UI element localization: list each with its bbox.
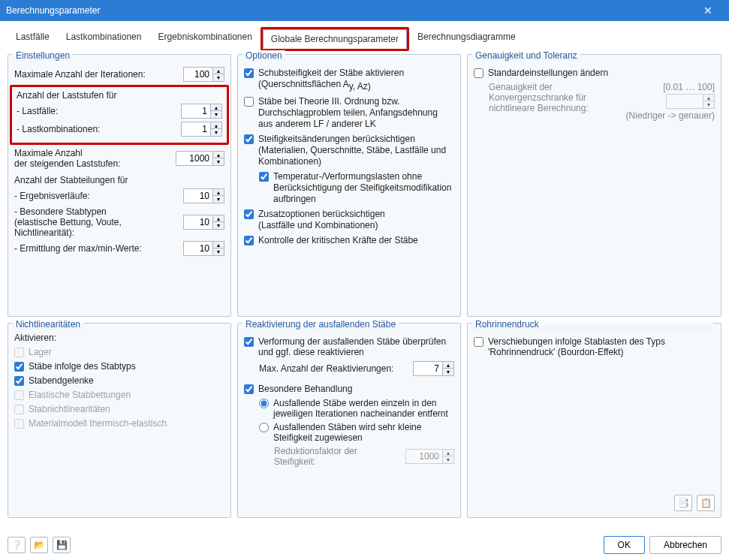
check-th3-label: Stäbe bei Theorie III. Ordnung bzw. Durc… [258, 96, 454, 130]
tab-global-highlight: Globale Berechnungsparameter [261, 27, 409, 51]
check-verformung[interactable] [244, 337, 254, 347]
check-mat [14, 419, 24, 429]
reduktion-input [406, 450, 442, 463]
check-crit-label: Kontrolle der kritischen Kräfte der Stäb… [258, 235, 454, 246]
max-iter-label: Maximale Anzahl der Iterationen: [14, 69, 183, 80]
typ-input[interactable] [184, 215, 212, 229]
conv-note: (Niedriger -> genauer) [626, 110, 715, 121]
lk-input[interactable] [182, 122, 210, 136]
erg-input[interactable] [184, 189, 212, 203]
max-iter-input[interactable] [184, 68, 212, 81]
erg-spinner[interactable]: ▲▼ [183, 188, 224, 203]
group-title-react: Reaktivierung der ausfallenden Stäbe [242, 319, 399, 330]
check-lager-label: Lager [29, 347, 224, 357]
lk-spinner[interactable]: ▲▼ [181, 122, 222, 137]
check-bourdon[interactable] [474, 337, 483, 347]
check-bettungen-label: Elastische Stabbettungen [29, 390, 224, 400]
lf-input[interactable] [182, 104, 210, 118]
spinner-up-icon[interactable]: ▲ [213, 68, 224, 74]
maxmin-spinner[interactable]: ▲▼ [183, 241, 224, 256]
typ-spinner[interactable]: ▲▼ [183, 215, 224, 230]
check-gelenke[interactable] [14, 376, 24, 386]
divisions-heading: Anzahl der Stabteilungen für [14, 175, 224, 185]
erg-label: - Ergebnisverläufe: [14, 191, 183, 201]
spinner-down-icon[interactable]: ▼ [213, 196, 224, 203]
check-temp-label: Temperatur-/Verformungslasten ohne Berüc… [273, 171, 454, 205]
tab-lastfaelle[interactable]: Lastfälle [8, 27, 58, 51]
spinner-up-icon[interactable]: ▲ [211, 122, 221, 129]
copy-icon[interactable]: 📋 [697, 495, 715, 511]
check-lager [14, 348, 24, 357]
help-icon[interactable]: ❔ [8, 537, 26, 553]
maxmin-input[interactable] [184, 242, 212, 255]
spinner-up-icon[interactable]: ▲ [213, 215, 224, 222]
lf-label: - Lastfälle: [17, 106, 181, 116]
check-bourdon-label: Verschiebungen infolge Stablasten des Ty… [488, 336, 715, 357]
check-extra[interactable] [244, 209, 254, 219]
spinner-down-icon[interactable]: ▼ [213, 222, 224, 229]
check-stabtyp[interactable] [14, 362, 24, 372]
conv-input [667, 95, 703, 108]
check-stiff-label: Steifigkeitsänderungen berücksichtigen (… [258, 134, 454, 167]
tab-lastkombinationen[interactable]: Lastkombinationen [58, 27, 150, 51]
cancel-button[interactable]: Abbrechen [649, 536, 721, 554]
radio-einzeln[interactable] [259, 399, 269, 408]
spinner-up-icon[interactable]: ▲ [213, 189, 224, 196]
check-extra-label: Zusatzoptionen berücksichtigen (Lastfäll… [258, 209, 454, 231]
group-optionen: Optionen Schubsteifigkeit der Stäbe akti… [237, 54, 461, 317]
spinner-up-icon[interactable]: ▲ [443, 362, 453, 369]
tab-berechnungsdiagramme[interactable]: Berechnungsdiagramme [409, 27, 524, 51]
group-title-einstellungen: Einstellungen [13, 50, 73, 61]
tab-ergebniskombinationen[interactable]: Ergebniskombinationen [149, 27, 260, 51]
check-shear[interactable] [244, 68, 254, 78]
conv-spinner: ▲▼ [666, 94, 715, 109]
check-crit[interactable] [244, 236, 254, 245]
spinner-down-icon[interactable]: ▼ [211, 111, 221, 118]
group-nichtlinearitaeten: Nichtlinearitäten Aktivieren: Lager Stäb… [8, 323, 231, 518]
tab-globale-berechnungsparameter[interactable]: Globale Berechnungsparameter [263, 29, 407, 49]
max-iter-spinner[interactable]: ▲▼ [183, 67, 224, 82]
check-temp[interactable] [259, 172, 269, 182]
lf-spinner[interactable]: ▲▼ [181, 104, 222, 119]
reduktion-label: Reduktionsfaktor der Steifigkeit: [274, 446, 399, 467]
spinner-up-icon: ▲ [703, 95, 714, 101]
spinner-down-icon[interactable]: ▼ [443, 369, 453, 375]
open-icon[interactable]: 📂 [30, 537, 48, 553]
group-title-genauigkeit: Genauigkeit und Toleranz [472, 50, 580, 61]
conv-label: Genauigkeit der Konvergenzschranke für n… [489, 82, 626, 113]
spinner-up-icon[interactable]: ▲ [211, 104, 221, 111]
spinner-down-icon[interactable]: ▼ [213, 74, 224, 81]
spinner-up-icon[interactable]: ▲ [213, 152, 224, 158]
group-title-nl: Nichtlinearitäten [13, 319, 83, 330]
rising-spinner[interactable]: ▲▼ [176, 151, 224, 166]
check-besondere[interactable] [244, 384, 254, 394]
close-icon[interactable]: ✕ [693, 0, 723, 21]
spinner-down-icon[interactable]: ▼ [211, 129, 221, 136]
check-standardeinstellungen[interactable] [474, 68, 483, 78]
spinner-down-icon: ▼ [703, 101, 714, 108]
spinner-down-icon: ▼ [443, 456, 453, 463]
radio-kleine-steifigkeit[interactable] [259, 423, 269, 432]
spinner-down-icon[interactable]: ▼ [213, 158, 224, 165]
rising-input[interactable] [176, 152, 212, 165]
units-icon[interactable]: 📑 [674, 495, 692, 511]
spinner-up-icon[interactable]: ▲ [213, 242, 224, 248]
max-react-input[interactable] [414, 362, 442, 375]
reduktion-spinner: ▲▼ [405, 449, 454, 464]
check-standardeinstellungen-label: Standardeinstellungen ändern [488, 68, 715, 78]
conv-range: [0.01 … 100] [663, 82, 715, 92]
check-bettungen [14, 390, 24, 400]
check-stiff[interactable] [244, 134, 254, 144]
check-besondere-label: Besondere Behandlung [258, 384, 454, 394]
spinner-down-icon[interactable]: ▼ [213, 248, 224, 255]
rising-label: Maximale Anzahl der steigenden Laststufe… [14, 148, 176, 169]
max-react-spinner[interactable]: ▲▼ [413, 361, 454, 376]
check-th3[interactable] [244, 97, 254, 107]
save-icon[interactable]: 💾 [53, 537, 71, 553]
check-verformung-label: Verformung der ausfallenden Stäbe überpr… [258, 336, 454, 357]
nl-activate-label: Aktivieren: [14, 333, 224, 343]
group-reaktivierung: Reaktivierung der ausfallenden Stäbe Ver… [237, 323, 461, 518]
tab-strip: Lastfälle Lastkombinationen Ergebniskomb… [8, 27, 721, 51]
ok-button[interactable]: OK [604, 536, 645, 554]
loadsteps-heading: Anzahl der Laststufen für [17, 90, 222, 101]
